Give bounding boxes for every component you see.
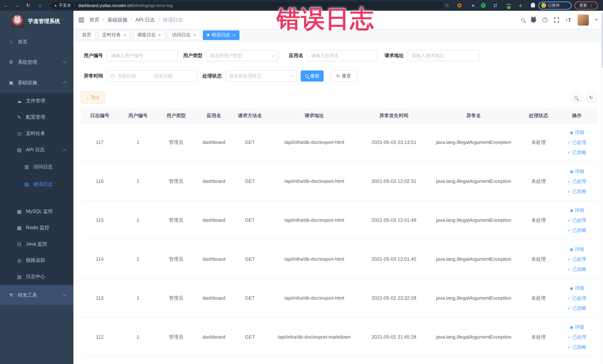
- sidebar-item-13[interactable]: ▤日志中心: [0, 269, 73, 285]
- avatar-caret-icon[interactable]: [595, 19, 598, 21]
- tab-2[interactable]: 调度日志: [133, 30, 165, 40]
- overlay-annotation-title: 错误日志: [277, 3, 374, 35]
- close-icon[interactable]: [158, 33, 161, 37]
- column-header-9: 操作: [556, 108, 598, 123]
- user-type-select[interactable]: 请选择用户类型: [206, 50, 278, 61]
- processed-link[interactable]: ✓已处理: [568, 254, 586, 264]
- cell-user-id: 1: [119, 201, 157, 240]
- browser-reload-icon[interactable]: ↻: [24, 0, 32, 11]
- detail-link[interactable]: ◉详细: [570, 205, 584, 215]
- ignored-link[interactable]: ✓已忽略: [568, 303, 586, 313]
- sidebar-item-9[interactable]: ▦MySQL 监控: [0, 203, 73, 220]
- sidebar-item-8[interactable]: ▤错误日志: [0, 176, 73, 193]
- cell-exception: java.lang.IllegalArgumentException: [426, 162, 521, 201]
- cell-method: GET: [233, 201, 267, 240]
- request-url-input[interactable]: [407, 50, 479, 61]
- app-name-input[interactable]: [307, 50, 377, 61]
- ignored-link[interactable]: ✓已忽略: [568, 264, 586, 274]
- fullscreen-icon[interactable]: [554, 17, 559, 23]
- sidebar-item-2[interactable]: ▣基础设施: [0, 72, 73, 93]
- search-button[interactable]: 搜索: [301, 70, 324, 82]
- extension-icon[interactable]: on: [506, 0, 511, 11]
- sidebar-item-label: 文件管理: [26, 97, 45, 104]
- check-icon: ✓: [568, 264, 571, 274]
- ignored-link[interactable]: ✓已忽略: [568, 342, 586, 352]
- tab-4[interactable]: 错误日志: [203, 30, 240, 40]
- sidebar-item-11[interactable]: ⊡Java 监控: [0, 236, 73, 252]
- processed-link[interactable]: ✓已处理: [568, 137, 586, 147]
- sidebar-item-10[interactable]: ▩Redis 监控: [0, 220, 73, 236]
- address-divider: [74, 3, 75, 8]
- refresh-table-button[interactable]: ↻: [586, 92, 596, 103]
- ignored-link[interactable]: ✓已忽略: [568, 225, 586, 235]
- sidebar-item-0[interactable]: ⌂首页: [0, 32, 73, 52]
- table-header-row: 日志编号用户编号用户类型应用名请求方法名请求地址异常发生时间异常名处理状态操作: [81, 108, 598, 123]
- extension-icon[interactable]: ♣: [519, 0, 522, 11]
- trace-icon: ◎: [16, 258, 22, 263]
- sidebar-item-label: API 日志: [26, 146, 45, 153]
- tab-1[interactable]: 定时任务: [98, 30, 130, 40]
- cell-time: 2021-05-02 21:45:28: [361, 318, 426, 356]
- ignored-link[interactable]: ✓已忽略: [568, 147, 586, 157]
- extension-icon[interactable]: V: [481, 0, 486, 11]
- close-icon[interactable]: [123, 33, 126, 37]
- extension-icon[interactable]: ◆: [472, 0, 475, 11]
- close-icon[interactable]: [193, 33, 196, 37]
- sidebar-collapse-icon[interactable]: [79, 18, 84, 18]
- processed-link[interactable]: ✓已处理: [568, 332, 586, 342]
- exception-time-range-picker[interactable]: 开始日期 - 结束日期: [107, 70, 197, 82]
- breadcrumb-item-2[interactable]: API 日志: [136, 16, 155, 23]
- sidebar-item-4[interactable]: ✎配置管理: [0, 109, 73, 125]
- github-icon[interactable]: [531, 17, 536, 23]
- ignored-link[interactable]: ✓已忽略: [568, 186, 586, 196]
- tab-3[interactable]: 访问日志: [168, 30, 200, 40]
- sidebar-item-3[interactable]: ☁文件管理: [0, 93, 73, 109]
- security-label[interactable]: 不安全: [59, 3, 71, 8]
- extensions-puzzle-icon[interactable]: [531, 0, 535, 11]
- detail-link[interactable]: ◉详细: [570, 166, 584, 176]
- sidebar-item-7[interactable]: ▥访问日志: [0, 158, 73, 176]
- detail-link[interactable]: ◉详细: [570, 244, 584, 254]
- column-header-8: 处理状态: [521, 108, 556, 123]
- toggle-search-button[interactable]: [571, 92, 581, 103]
- browser-back-icon[interactable]: ←: [2, 0, 10, 11]
- sidebar-item-14[interactable]: ⚒研发工具: [0, 285, 73, 305]
- detail-link[interactable]: ◉详细: [570, 127, 584, 137]
- detail-link[interactable]: ◉详细: [570, 283, 584, 293]
- processed-link[interactable]: ✓已处理: [568, 176, 586, 186]
- browser-home-icon[interactable]: ⌂: [36, 0, 44, 11]
- processed-link[interactable]: ✓已处理: [568, 293, 586, 303]
- sidebar-logo-row[interactable]: 芋道管理系统: [0, 11, 73, 32]
- scrollbar-thumb[interactable]: [602, 12, 603, 68]
- detail-link[interactable]: ◉详细: [570, 322, 584, 332]
- extension-icon[interactable]: [494, 0, 496, 11]
- api-log-icon: ▤: [16, 147, 22, 153]
- browser-scrollbar[interactable]: [601, 11, 603, 364]
- bookmark-star-icon[interactable]: ☆: [443, 0, 451, 11]
- check-icon: ✓: [568, 254, 571, 264]
- extension-icon[interactable]: [457, 0, 462, 11]
- tab-0[interactable]: 首页: [78, 30, 95, 40]
- user-avatar[interactable]: [577, 14, 589, 25]
- user-id-input[interactable]: [107, 50, 178, 61]
- sidebar-item-1[interactable]: ⚙系统管理: [0, 52, 73, 72]
- search-icon[interactable]: [522, 18, 525, 22]
- address-bar[interactable]: ▲ 不安全 dashboard.yudao.iocoder.cn /infra/…: [50, 2, 443, 9]
- sidebar-item-5[interactable]: ◷定时任务: [0, 125, 73, 142]
- sidebar-item-6[interactable]: ▤API 日志: [0, 142, 73, 158]
- close-icon[interactable]: [233, 33, 235, 37]
- processed-link[interactable]: ✓已处理: [568, 215, 586, 225]
- browser-forward-icon[interactable]: →: [13, 0, 21, 11]
- cell-user-id: 1: [119, 279, 157, 317]
- browser-profile-badge[interactable]: 已暂停: [538, 1, 572, 10]
- font-size-icon[interactable]: [566, 16, 571, 23]
- breadcrumb-item-0[interactable]: 首页: [89, 16, 99, 23]
- browser-update-button[interactable]: 更新 ⋮: [574, 1, 598, 10]
- sidebar-item-12[interactable]: ◎链路追踪: [0, 252, 73, 269]
- process-status-select[interactable]: 请选择处理状态: [225, 70, 297, 82]
- reset-button[interactable]: ↻ 重置: [330, 70, 357, 82]
- export-button[interactable]: ↓ 导出: [81, 92, 105, 104]
- browser-menu-kebab-icon[interactable]: ⋮: [589, 3, 593, 7]
- breadcrumb-item-1[interactable]: 基础设施: [107, 16, 127, 23]
- help-icon[interactable]: [543, 17, 548, 23]
